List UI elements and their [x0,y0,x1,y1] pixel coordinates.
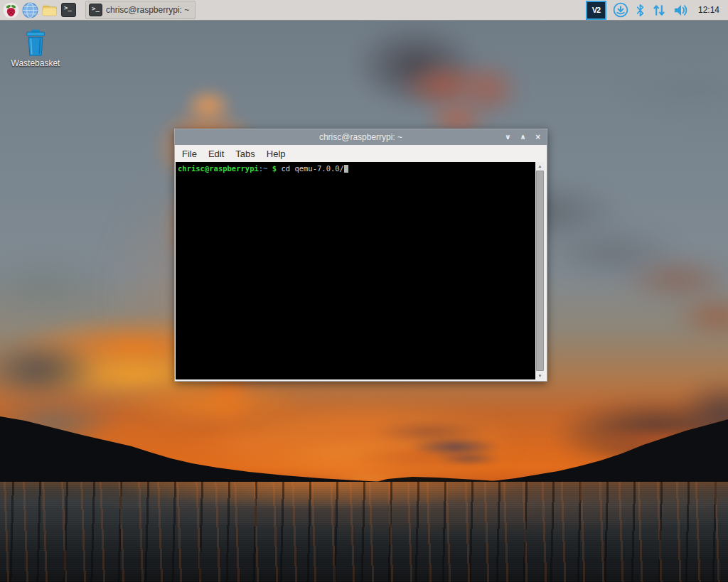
volume-icon[interactable] [673,3,689,18]
prompt-symbol: $ [267,164,281,173]
wastebasket-desktop-icon[interactable]: Wastebasket [6,28,65,68]
raspberry-icon [3,2,19,18]
terminal-scrollbar[interactable]: ▲ ▼ [535,162,545,379]
terminal-icon: >_ [89,4,102,16]
vnc-icon[interactable]: V2 [586,1,606,20]
scrollbar-thumb[interactable] [536,171,544,371]
menu-help[interactable]: Help [261,147,291,161]
screen: Wastebasket chrisc@raspberrypi: ~ ∨ ∧ × … [0,0,728,582]
system-tray: V2 [586,1,728,20]
window-titlebar[interactable]: chrisc@raspberrypi: ~ ∨ ∧ × [175,129,547,145]
network-arrows-icon[interactable] [652,3,666,18]
terminal-output-area[interactable]: chrisc@raspberrypi:~ $ cd qemu-7.0.0/ ▲ … [176,162,545,379]
taskbar-window-button[interactable]: >_ chrisc@raspberrypi: ~ [85,1,196,19]
water-ripples [0,482,728,582]
taskbar-clock[interactable]: 12:14 [698,5,719,15]
scrollbar-up-arrow[interactable]: ▲ [535,162,545,170]
mountains-silhouette [0,389,728,482]
close-button[interactable]: × [535,134,541,141]
terminal-menubar: File Edit Tabs Help [175,145,547,162]
wastebasket-label: Wastebasket [11,58,60,68]
taskbar: >_ >_ chrisc@raspberrypi: ~ V2 [0,0,728,21]
scrollbar-down-arrow[interactable]: ▼ [535,372,545,379]
menu-file[interactable]: File [176,147,203,161]
cloud [183,87,233,123]
taskbar-window-label: chrisc@raspberrypi: ~ [106,5,189,15]
menu-tabs[interactable]: Tabs [230,147,260,161]
terminal-cursor [344,165,349,173]
bluetooth-icon[interactable] [635,3,646,18]
folder-icon [41,2,58,18]
globe-icon [22,2,38,18]
window-title: chrisc@raspberrypi: ~ [175,132,547,142]
updates-icon[interactable] [613,2,628,18]
terminal-launcher-button[interactable]: >_ [59,1,78,19]
menu-edit[interactable]: Edit [203,147,230,161]
prompt-user-host: chrisc@raspberrypi [178,164,259,173]
wastebasket-icon [21,28,50,57]
menu-button[interactable] [1,1,21,19]
file-manager-button[interactable] [40,1,59,19]
terminal-window: chrisc@raspberrypi: ~ ∨ ∧ × File Edit Ta… [174,129,547,382]
typed-command: cd qemu-7.0.0/ [281,164,344,173]
web-browser-button[interactable] [21,1,40,19]
maximize-button[interactable]: ∧ [520,134,525,141]
terminal-prompt-line: chrisc@raspberrypi:~ $ cd qemu-7.0.0/ [178,164,533,173]
minimize-button[interactable]: ∨ [505,134,510,141]
water [0,482,728,582]
terminal-icon: >_ [61,3,76,17]
cloud [455,59,523,119]
